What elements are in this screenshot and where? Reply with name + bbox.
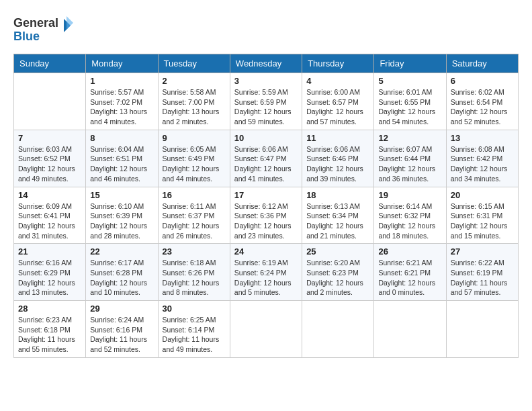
calendar-cell: 29Sunrise: 6:24 AM Sunset: 6:16 PM Dayli…: [86, 301, 158, 358]
calendar-day-header: Friday: [374, 54, 446, 73]
day-info: Sunrise: 6:19 AM Sunset: 6:24 PM Dayligh…: [234, 258, 298, 298]
day-number: 19: [378, 190, 441, 200]
calendar-cell: 8Sunrise: 6:04 AM Sunset: 6:51 PM Daylig…: [86, 130, 158, 187]
calendar-day-header: Sunday: [14, 54, 86, 73]
day-info: Sunrise: 6:14 AM Sunset: 6:32 PM Dayligh…: [378, 201, 441, 241]
day-number: 14: [18, 190, 81, 200]
day-number: 3: [234, 76, 298, 86]
svg-text:General: General: [13, 16, 58, 30]
svg-text:Blue: Blue: [13, 30, 40, 43]
day-number: 6: [451, 76, 514, 86]
calendar-cell: 19Sunrise: 6:14 AM Sunset: 6:32 PM Dayli…: [374, 187, 446, 244]
day-number: 13: [451, 133, 514, 143]
calendar-table: SundayMondayTuesdayWednesdayThursdayFrid…: [13, 54, 519, 358]
day-number: 9: [163, 133, 226, 143]
day-number: 8: [90, 133, 153, 143]
calendar-cell: 1Sunrise: 5:57 AM Sunset: 7:02 PM Daylig…: [86, 73, 158, 130]
calendar-cell: 18Sunrise: 6:13 AM Sunset: 6:34 PM Dayli…: [302, 187, 374, 244]
day-info: Sunrise: 6:07 AM Sunset: 6:44 PM Dayligh…: [378, 144, 441, 184]
day-number: 1: [90, 76, 153, 86]
calendar-cell: 25Sunrise: 6:20 AM Sunset: 6:23 PM Dayli…: [302, 244, 374, 301]
day-number: 17: [234, 190, 298, 200]
day-info: Sunrise: 6:00 AM Sunset: 6:57 PM Dayligh…: [306, 87, 369, 127]
day-info: Sunrise: 6:17 AM Sunset: 6:28 PM Dayligh…: [90, 258, 153, 298]
calendar-cell: 21Sunrise: 6:16 AM Sunset: 6:29 PM Dayli…: [14, 244, 86, 301]
calendar-cell: [302, 301, 374, 358]
day-info: Sunrise: 6:13 AM Sunset: 6:34 PM Dayligh…: [306, 201, 369, 241]
day-number: 4: [306, 76, 369, 86]
calendar-cell: 30Sunrise: 6:25 AM Sunset: 6:14 PM Dayli…: [158, 301, 230, 358]
calendar-day-header: Saturday: [446, 54, 518, 73]
calendar-cell: 26Sunrise: 6:21 AM Sunset: 6:21 PM Dayli…: [374, 244, 446, 301]
calendar-header-row: SundayMondayTuesdayWednesdayThursdayFrid…: [14, 54, 519, 73]
calendar-week-row: 21Sunrise: 6:16 AM Sunset: 6:29 PM Dayli…: [14, 244, 519, 301]
calendar-cell: 7Sunrise: 6:03 AM Sunset: 6:52 PM Daylig…: [14, 130, 86, 187]
day-info: Sunrise: 6:01 AM Sunset: 6:55 PM Dayligh…: [378, 87, 441, 127]
day-info: Sunrise: 6:16 AM Sunset: 6:29 PM Dayligh…: [18, 258, 81, 298]
calendar-cell: [14, 73, 86, 130]
day-info: Sunrise: 6:09 AM Sunset: 6:41 PM Dayligh…: [18, 201, 81, 241]
day-info: Sunrise: 5:59 AM Sunset: 6:59 PM Dayligh…: [234, 87, 298, 127]
calendar-cell: 5Sunrise: 6:01 AM Sunset: 6:55 PM Daylig…: [374, 73, 446, 130]
calendar-cell: 3Sunrise: 5:59 AM Sunset: 6:59 PM Daylig…: [230, 73, 302, 130]
day-number: 24: [234, 246, 298, 257]
calendar-week-row: 14Sunrise: 6:09 AM Sunset: 6:41 PM Dayli…: [14, 187, 519, 244]
day-number: 21: [18, 246, 81, 257]
day-number: 12: [378, 133, 441, 143]
day-number: 29: [90, 304, 153, 314]
calendar-day-header: Wednesday: [230, 54, 302, 73]
day-info: Sunrise: 6:02 AM Sunset: 6:54 PM Dayligh…: [451, 87, 514, 127]
calendar-day-header: Tuesday: [158, 54, 230, 73]
calendar-cell: 27Sunrise: 6:22 AM Sunset: 6:19 PM Dayli…: [446, 244, 518, 301]
day-number: 7: [18, 133, 81, 143]
day-info: Sunrise: 6:23 AM Sunset: 6:18 PM Dayligh…: [18, 315, 81, 355]
day-number: 22: [90, 246, 153, 257]
logo-icon: General Blue: [13, 13, 74, 47]
calendar-cell: 12Sunrise: 6:07 AM Sunset: 6:44 PM Dayli…: [374, 130, 446, 187]
day-number: 16: [163, 190, 226, 200]
calendar-cell: 17Sunrise: 6:12 AM Sunset: 6:36 PM Dayli…: [230, 187, 302, 244]
day-info: Sunrise: 6:20 AM Sunset: 6:23 PM Dayligh…: [306, 258, 369, 298]
day-number: 26: [378, 246, 441, 257]
day-number: 11: [306, 133, 369, 143]
calendar-cell: [446, 301, 518, 358]
calendar-cell: 15Sunrise: 6:10 AM Sunset: 6:39 PM Dayli…: [86, 187, 158, 244]
day-number: 30: [163, 304, 226, 314]
day-number: 18: [306, 190, 369, 200]
calendar-cell: 11Sunrise: 6:06 AM Sunset: 6:46 PM Dayli…: [302, 130, 374, 187]
day-number: 23: [163, 246, 226, 257]
day-info: Sunrise: 6:22 AM Sunset: 6:19 PM Dayligh…: [451, 258, 514, 298]
day-info: Sunrise: 6:08 AM Sunset: 6:42 PM Dayligh…: [451, 144, 514, 184]
calendar-day-header: Monday: [86, 54, 158, 73]
day-info: Sunrise: 6:18 AM Sunset: 6:26 PM Dayligh…: [163, 258, 226, 298]
calendar-cell: 28Sunrise: 6:23 AM Sunset: 6:18 PM Dayli…: [14, 301, 86, 358]
calendar-cell: [230, 301, 302, 358]
day-info: Sunrise: 6:12 AM Sunset: 6:36 PM Dayligh…: [234, 201, 298, 241]
svg-marker-3: [66, 16, 73, 30]
day-info: Sunrise: 6:06 AM Sunset: 6:47 PM Dayligh…: [234, 144, 298, 184]
day-info: Sunrise: 6:05 AM Sunset: 6:49 PM Dayligh…: [163, 144, 226, 184]
day-number: 10: [234, 133, 298, 143]
calendar-cell: 2Sunrise: 5:58 AM Sunset: 7:00 PM Daylig…: [158, 73, 230, 130]
day-info: Sunrise: 5:58 AM Sunset: 7:00 PM Dayligh…: [163, 87, 226, 127]
day-info: Sunrise: 6:25 AM Sunset: 6:14 PM Dayligh…: [163, 315, 226, 355]
calendar-week-row: 7Sunrise: 6:03 AM Sunset: 6:52 PM Daylig…: [14, 130, 519, 187]
calendar-cell: 4Sunrise: 6:00 AM Sunset: 6:57 PM Daylig…: [302, 73, 374, 130]
day-info: Sunrise: 6:10 AM Sunset: 6:39 PM Dayligh…: [90, 201, 153, 241]
day-info: Sunrise: 6:06 AM Sunset: 6:46 PM Dayligh…: [306, 144, 369, 184]
day-info: Sunrise: 6:03 AM Sunset: 6:52 PM Dayligh…: [18, 144, 81, 184]
day-info: Sunrise: 5:57 AM Sunset: 7:02 PM Dayligh…: [90, 87, 153, 127]
logo: General Blue: [13, 13, 74, 47]
day-number: 5: [378, 76, 441, 86]
calendar-week-row: 28Sunrise: 6:23 AM Sunset: 6:18 PM Dayli…: [14, 301, 519, 358]
page-header: General Blue: [13, 13, 519, 47]
day-info: Sunrise: 6:15 AM Sunset: 6:31 PM Dayligh…: [451, 201, 514, 241]
calendar-cell: 14Sunrise: 6:09 AM Sunset: 6:41 PM Dayli…: [14, 187, 86, 244]
day-info: Sunrise: 6:04 AM Sunset: 6:51 PM Dayligh…: [90, 144, 153, 184]
calendar-cell: [374, 301, 446, 358]
day-number: 2: [163, 76, 226, 86]
calendar-cell: 24Sunrise: 6:19 AM Sunset: 6:24 PM Dayli…: [230, 244, 302, 301]
calendar-cell: 23Sunrise: 6:18 AM Sunset: 6:26 PM Dayli…: [158, 244, 230, 301]
calendar-cell: 16Sunrise: 6:11 AM Sunset: 6:37 PM Dayli…: [158, 187, 230, 244]
day-number: 28: [18, 304, 81, 314]
